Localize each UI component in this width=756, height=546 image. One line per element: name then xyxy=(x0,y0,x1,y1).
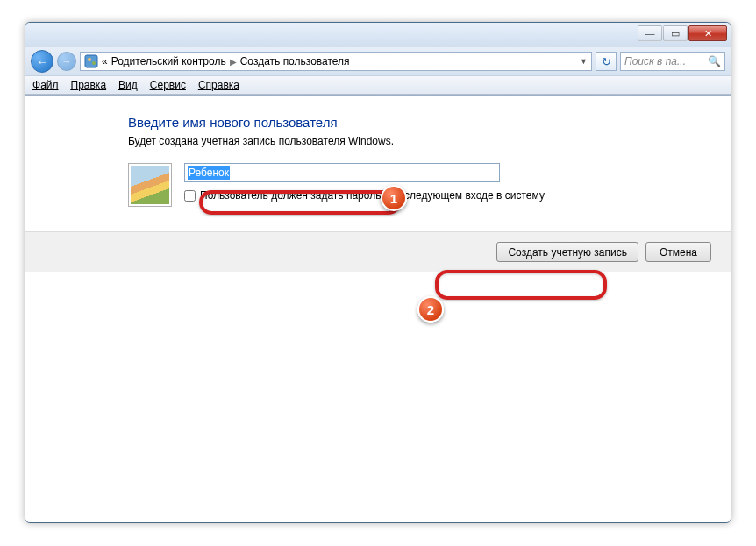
page-subtext: Будет создана учетная запись пользовател… xyxy=(128,135,657,147)
svg-point-1 xyxy=(88,58,91,61)
page-title: Введите имя нового пользователя xyxy=(128,115,657,130)
search-icon: 🔍 xyxy=(708,55,721,67)
minimize-button[interactable]: — xyxy=(638,25,662,41)
close-button[interactable]: ✕ xyxy=(688,25,727,41)
menu-bar: Файл Правка Вид Сервис Справка xyxy=(25,75,731,95)
annotation-highlight-2 xyxy=(435,270,607,300)
refresh-button[interactable]: ↻ xyxy=(596,52,617,71)
address-dropdown-icon[interactable]: ▼ xyxy=(580,57,588,66)
menu-view[interactable]: Вид xyxy=(118,79,138,91)
password-checkbox-row[interactable]: Пользователь должен задать пароль при сл… xyxy=(184,189,657,202)
create-account-button[interactable]: Создать учетную запись xyxy=(496,242,638,262)
content-area: Введите имя нового пользователя Будет со… xyxy=(25,95,731,522)
forward-button[interactable]: → xyxy=(57,52,76,71)
breadcrumb-prefix: « xyxy=(102,55,108,67)
username-input[interactable] xyxy=(184,163,500,182)
titlebar: — ▭ ✕ xyxy=(25,23,731,47)
menu-edit[interactable]: Правка xyxy=(71,79,107,91)
password-checkbox[interactable] xyxy=(184,190,196,202)
breadcrumb-parental[interactable]: Родительский контроль xyxy=(111,55,226,67)
menu-file[interactable]: Файл xyxy=(32,79,59,91)
search-input[interactable]: Поиск в па... 🔍 xyxy=(620,52,725,71)
breadcrumb-create-user[interactable]: Создать пользователя xyxy=(240,55,350,67)
navigation-bar: ← → « Родительский контроль ▶ Создать по… xyxy=(25,47,731,75)
annotation-badge-2: 2 xyxy=(417,296,444,323)
user-avatar xyxy=(128,163,172,207)
back-button[interactable]: ← xyxy=(31,50,53,73)
password-checkbox-label: Пользователь должен задать пароль при сл… xyxy=(200,189,545,202)
button-bar: Создать учетную запись Отмена xyxy=(25,231,731,272)
cancel-button[interactable]: Отмена xyxy=(645,242,711,262)
control-panel-icon xyxy=(84,54,98,68)
svg-rect-0 xyxy=(85,55,97,67)
address-bar[interactable]: « Родительский контроль ▶ Создать пользо… xyxy=(80,52,592,71)
menu-help[interactable]: Справка xyxy=(198,79,239,91)
maximize-button[interactable]: ▭ xyxy=(663,25,688,41)
svg-point-2 xyxy=(92,61,96,65)
window-frame: — ▭ ✕ ← → « Родительский контроль ▶ Созд… xyxy=(25,22,731,523)
input-selection: Ребенок xyxy=(188,166,230,180)
menu-tools[interactable]: Сервис xyxy=(150,79,186,91)
search-placeholder: Поиск в па... xyxy=(624,55,686,67)
flower-icon xyxy=(131,166,169,204)
chevron-right-icon: ▶ xyxy=(230,57,237,67)
